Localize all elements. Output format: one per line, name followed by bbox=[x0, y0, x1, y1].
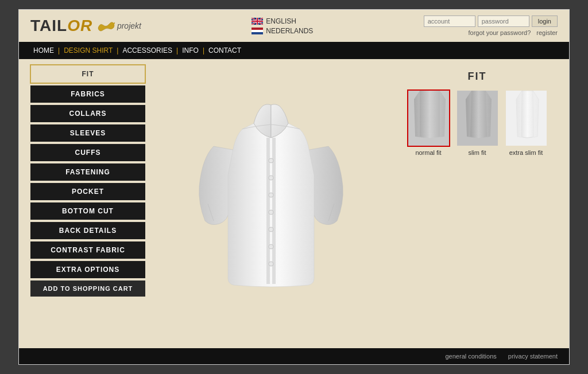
svg-rect-6 bbox=[252, 32, 263, 34]
svg-point-12 bbox=[269, 244, 273, 249]
sidebar-pocket[interactable]: POCKET bbox=[30, 183, 145, 200]
svg-rect-5 bbox=[252, 30, 263, 32]
svg-point-13 bbox=[269, 262, 273, 266]
svg-rect-4 bbox=[252, 28, 263, 30]
password-input[interactable] bbox=[478, 15, 529, 27]
nav-bar: HOME | DESIGN SHIRT | ACCESSORIES | INFO… bbox=[19, 42, 569, 59]
nav-home[interactable]: HOME bbox=[30, 46, 57, 54]
fit-slim-svg bbox=[457, 91, 499, 147]
language-selector: ENGLISH NEDERLANDS bbox=[252, 17, 313, 35]
sidebar-sleeves[interactable]: SLEEVES bbox=[30, 124, 145, 142]
auth-links: forgot your password? register bbox=[468, 29, 558, 36]
svg-point-8 bbox=[269, 176, 273, 180]
sidebar-fastening[interactable]: FASTENING bbox=[30, 163, 145, 181]
svg-point-7 bbox=[269, 158, 273, 163]
fit-normal-svg bbox=[408, 91, 450, 147]
nav-sep-4: | bbox=[203, 46, 204, 54]
sidebar-cuffs[interactable]: CUFFS bbox=[30, 144, 145, 161]
fit-option-slim[interactable]: slim fit bbox=[456, 89, 499, 156]
shirt-display bbox=[157, 65, 385, 297]
main-container: TAILOR projekt bbox=[18, 9, 570, 365]
auth-area: login forgot your password? register bbox=[424, 15, 558, 36]
lang-dutch[interactable]: NEDERLANDS bbox=[252, 27, 313, 35]
nav-design-shirt[interactable]: DESIGN SHIRT bbox=[61, 46, 115, 54]
sidebar-fabrics[interactable]: FABRICS bbox=[30, 85, 145, 103]
logo-snake-icon bbox=[98, 21, 115, 32]
footer-general-conditions[interactable]: general conditions bbox=[446, 353, 497, 360]
sidebar-add-to-cart[interactable]: ADD TO SHOPPING CART bbox=[30, 280, 145, 297]
logo-area: TAILOR projekt bbox=[30, 17, 141, 35]
fit-panel: FIT bbox=[397, 65, 558, 297]
logo-tail: TAIL bbox=[30, 17, 67, 34]
logo-projekt: projekt bbox=[117, 21, 141, 30]
nav-sep-3: | bbox=[176, 46, 178, 54]
register-link[interactable]: register bbox=[536, 29, 558, 36]
fit-thumb-extra-slim bbox=[505, 89, 548, 147]
sidebar-extra-options[interactable]: EXTRA OPTIONS bbox=[30, 261, 145, 278]
nav-sep-2: | bbox=[117, 46, 118, 54]
shirt-svg bbox=[196, 72, 346, 290]
fit-slim-label: slim fit bbox=[468, 149, 486, 156]
svg-point-11 bbox=[269, 227, 273, 232]
sidebar-fit[interactable]: FIT bbox=[30, 65, 145, 83]
fit-normal-label: normal fit bbox=[415, 149, 441, 156]
auth-top: login bbox=[424, 15, 558, 27]
lang-english-label: ENGLISH bbox=[266, 17, 296, 25]
header: TAILOR projekt bbox=[19, 10, 569, 42]
lang-dutch-label: NEDERLANDS bbox=[266, 27, 313, 35]
sidebar-contrast-fabric[interactable]: CONTRAST FABRIC bbox=[30, 241, 145, 259]
logo-text: TAILOR bbox=[30, 17, 115, 35]
account-input[interactable] bbox=[424, 15, 475, 27]
fit-title: FIT bbox=[397, 71, 558, 83]
flag-nl-icon bbox=[252, 28, 263, 34]
nav-sep-1: | bbox=[58, 46, 60, 54]
svg-point-10 bbox=[269, 210, 273, 215]
fit-options: normal fit bbox=[397, 89, 558, 156]
shirt-image bbox=[196, 72, 346, 290]
sidebar-collars[interactable]: COLLARS bbox=[30, 105, 145, 122]
fit-option-extra-slim[interactable]: extra slim fit bbox=[505, 89, 548, 156]
fit-thumb-slim bbox=[456, 89, 499, 147]
content-area: FIT FABRICS COLLARS SLEEVES CUFFS FASTEN… bbox=[19, 59, 569, 302]
logo-or: OR bbox=[67, 17, 92, 34]
nav-contact[interactable]: CONTACT bbox=[206, 46, 244, 54]
fit-thumb-normal bbox=[407, 89, 450, 147]
forgot-password-link[interactable]: forgot your password? bbox=[468, 29, 531, 36]
fit-extra-slim-label: extra slim fit bbox=[509, 149, 543, 156]
footer: general conditions privacy statement bbox=[19, 348, 569, 364]
main-area: FIT bbox=[157, 65, 558, 297]
sidebar: FIT FABRICS COLLARS SLEEVES CUFFS FASTEN… bbox=[30, 65, 145, 297]
svg-point-9 bbox=[269, 193, 273, 197]
sidebar-bottom-cut[interactable]: BOTTOM CUT bbox=[30, 202, 145, 220]
sidebar-back-details[interactable]: BACK DETAILS bbox=[30, 222, 145, 239]
login-button[interactable]: login bbox=[532, 15, 558, 27]
lang-english[interactable]: ENGLISH bbox=[252, 17, 296, 25]
fit-extra-slim-svg bbox=[506, 91, 548, 147]
fit-option-normal[interactable]: normal fit bbox=[407, 89, 450, 156]
footer-privacy-statement[interactable]: privacy statement bbox=[508, 353, 558, 360]
nav-info[interactable]: INFO bbox=[179, 46, 202, 54]
flag-uk-icon bbox=[252, 18, 263, 25]
nav-accessories[interactable]: ACCESSORIES bbox=[119, 46, 175, 54]
